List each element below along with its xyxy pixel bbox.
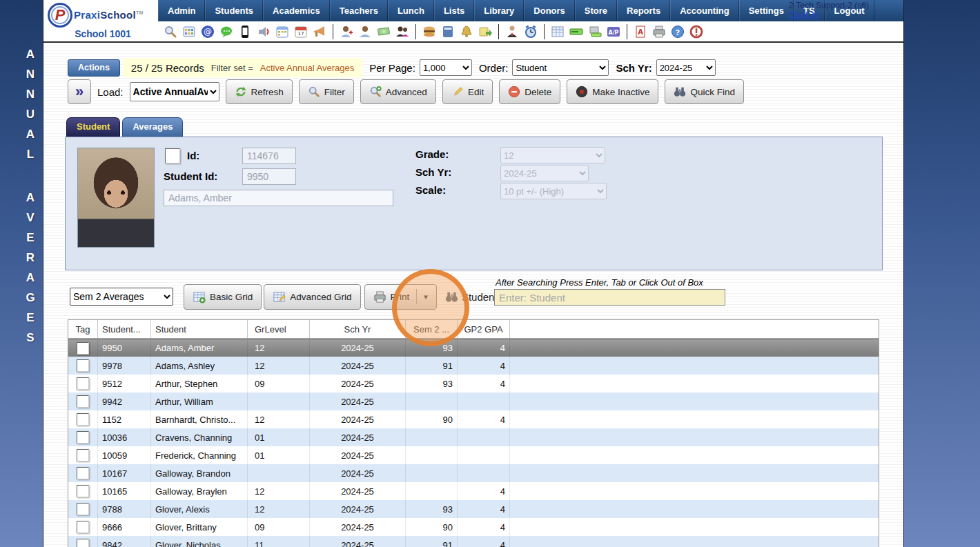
nav-item-accounting[interactable]: Accounting (670, 0, 739, 21)
per-page-select[interactable]: 1,000 (420, 59, 472, 76)
order-select[interactable]: Student (512, 59, 609, 76)
table-row[interactable]: 9978Adams, Ashley122024-25914 (68, 357, 879, 375)
pdf-icon[interactable] (634, 25, 647, 39)
tag-checkbox[interactable] (77, 359, 89, 372)
student-find: Student (445, 290, 498, 304)
calendar-icon[interactable] (275, 25, 289, 39)
refresh-button[interactable]: Refresh (226, 79, 293, 104)
table-row[interactable]: 10165Galloway, Braylen122024-254 (68, 482, 879, 500)
column-header-1[interactable]: Student... (98, 320, 151, 338)
print-button[interactable]: Print▾ (364, 284, 437, 310)
nav-item-lists[interactable]: Lists (434, 0, 474, 21)
printer-icon[interactable] (652, 25, 666, 39)
search-icon[interactable] (164, 25, 177, 39)
column-header-0[interactable]: Tag (68, 320, 98, 338)
nav-item-donors[interactable]: Donors (524, 0, 575, 21)
table-header: TagStudent...StudentGrLevelSch YrSem 2 .… (68, 320, 879, 339)
tag-checkbox[interactable] (77, 449, 89, 461)
table-row[interactable]: 9942Arthur, William2024-25 (68, 392, 879, 410)
sidebar-word-averages: A V E R A G E S (21, 188, 40, 348)
advanced-button[interactable]: Advanced (360, 79, 436, 104)
gradebook-icon[interactable] (551, 25, 565, 39)
nav-item-teachers[interactable]: Teachers (330, 0, 388, 21)
print-checks-icon[interactable] (588, 25, 602, 39)
advanced-grid-button[interactable]: Advanced Grid (264, 284, 360, 310)
table-row[interactable]: 9666Glover, Brittany092024-25904 (68, 518, 879, 536)
filter-button[interactable]: Filter (299, 79, 354, 104)
staff-icon[interactable] (505, 25, 519, 39)
nav-item-admin[interactable]: Admin (158, 0, 205, 21)
table-row[interactable]: 10059Frederick, Channing012024-25 (68, 446, 879, 464)
table-row[interactable]: 10167Galloway, Brandon2024-25 (68, 464, 879, 482)
make-inactive-button[interactable]: Make Inactive (567, 79, 658, 104)
tag-checkbox[interactable] (77, 342, 89, 355)
table-row[interactable]: 9950Adams, Amber122024-25934 (68, 339, 879, 357)
student-tag-checkbox[interactable] (165, 148, 180, 163)
date-calendar-icon[interactable] (294, 25, 308, 39)
table-row[interactable]: 9788Glover, Alexis122024-25934 (68, 500, 879, 518)
tag-checkbox[interactable] (77, 503, 89, 515)
quick-find-button[interactable]: Quick Find (665, 79, 744, 104)
column-header-3[interactable]: GrLevel (248, 320, 310, 338)
tag-checkbox[interactable] (77, 413, 89, 426)
text-message-icon[interactable] (219, 25, 233, 39)
actions-button[interactable]: Actions (68, 59, 120, 77)
table-row[interactable]: 9842Glover, Nicholas112024-25914 (68, 536, 879, 547)
accounts-payable-icon[interactable] (607, 25, 620, 39)
student-search-input[interactable] (494, 289, 725, 306)
nav-item-academics[interactable]: Academics (263, 0, 330, 21)
stop-icon[interactable] (689, 25, 703, 39)
student-icon[interactable] (358, 25, 372, 39)
find-label: Student (462, 291, 498, 303)
tag-checkbox[interactable] (77, 467, 89, 479)
alert-bell-icon[interactable] (460, 25, 473, 39)
toolbar-separator (627, 24, 627, 39)
sch-yr-select[interactable]: 2024-25 (656, 59, 716, 76)
nav-item-library[interactable]: Library (474, 0, 524, 21)
column-header-2[interactable]: Student (151, 320, 248, 338)
payment-money-icon[interactable] (377, 25, 391, 39)
binder-icon[interactable] (441, 25, 455, 39)
broadcast-audio-icon[interactable] (257, 25, 271, 39)
email-icon[interactable] (201, 25, 215, 39)
tab-student[interactable]: Student (66, 117, 120, 137)
column-header-5[interactable]: Sem 2 ... (406, 320, 458, 338)
nav-item-lunch[interactable]: Lunch (388, 0, 434, 21)
cell-gr_level (248, 464, 310, 482)
nav-item-store[interactable]: Store (575, 0, 617, 21)
tag-checkbox[interactable] (77, 395, 89, 408)
schedule-grid-icon[interactable] (182, 25, 196, 39)
column-header-4[interactable]: Sch Yr (310, 320, 406, 338)
load-select[interactable]: Active AnnualAv... (130, 82, 219, 101)
table-row[interactable]: 9512Arthur, Stephen092024-25934 (68, 375, 879, 392)
delete-button[interactable]: Delete (499, 79, 560, 104)
lunch-icon[interactable] (422, 25, 436, 39)
time-clock-icon[interactable] (524, 25, 538, 39)
table-row[interactable]: 1152Barnhardt, Christo...122024-25904 (68, 410, 879, 428)
send-note-icon[interactable] (478, 25, 492, 39)
cell-student: Adams, Ashley (151, 357, 248, 375)
nav-item-settings[interactable]: Settings (739, 0, 794, 21)
add-student-icon[interactable] (340, 25, 353, 39)
tag-checkbox[interactable] (77, 485, 89, 497)
expand-button[interactable]: » (68, 79, 91, 104)
column-header-6[interactable]: GP2 GPA (458, 320, 510, 338)
check-card-icon[interactable] (569, 25, 583, 39)
tag-checkbox[interactable] (77, 539, 89, 547)
clock-in-link[interactable]: Clock In (789, 10, 819, 20)
nav-item-students[interactable]: Students (205, 0, 263, 21)
mobile-phone-icon[interactable] (238, 25, 252, 39)
nav-item-reports[interactable]: Reports (617, 0, 670, 21)
tag-checkbox[interactable] (77, 521, 89, 533)
tag-checkbox[interactable] (77, 431, 89, 444)
chevron-down-icon[interactable]: ▾ (424, 292, 428, 301)
edit-button[interactable]: Edit (442, 79, 493, 104)
basic-grid-button[interactable]: Basic Grid (184, 284, 262, 310)
table-row[interactable]: 10036Cravens, Channing012024-25 (68, 428, 879, 446)
family-icon[interactable] (395, 25, 409, 39)
tag-checkbox[interactable] (77, 377, 89, 390)
averages-view-select[interactable]: Sem 2 Averages (70, 288, 173, 306)
megaphone-icon[interactable] (313, 25, 326, 39)
tab-averages[interactable]: Averages (122, 117, 183, 137)
help-icon[interactable] (671, 25, 685, 39)
